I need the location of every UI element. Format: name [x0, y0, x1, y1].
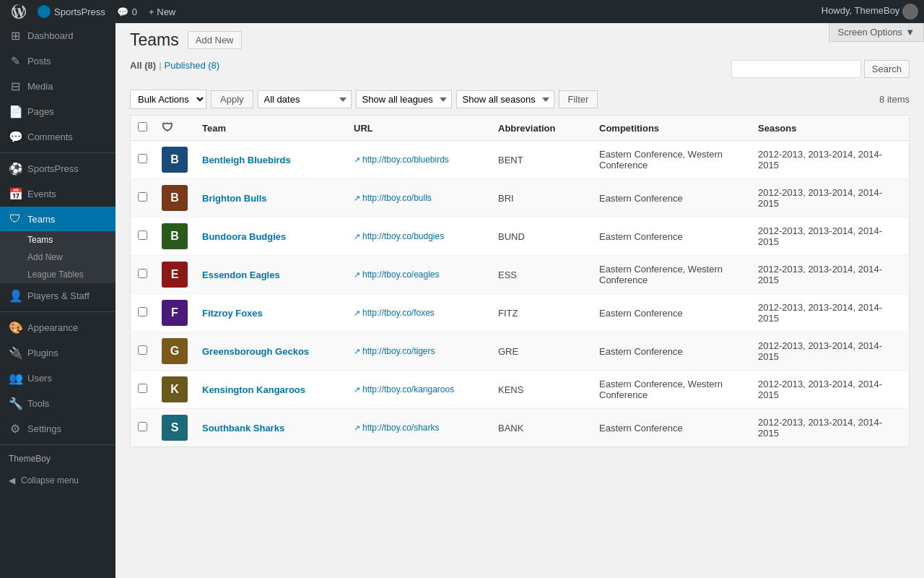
- filter-button[interactable]: Filter: [559, 90, 598, 108]
- team-seasons-cell: 2012-2013, 2013-2014, 2014-2015: [751, 409, 910, 447]
- filter-row: Bulk Actions Apply All dates Show all le…: [116, 87, 924, 115]
- tools-icon: 🔧: [9, 397, 22, 410]
- external-link-icon: ↗: [354, 194, 360, 203]
- team-url-link[interactable]: ↗http://tboy.co/bulls: [354, 193, 484, 203]
- team-name-link[interactable]: Greensborough Geckos: [202, 346, 309, 357]
- th-abbreviation[interactable]: Abbreviation: [491, 116, 592, 141]
- team-url-link[interactable]: ↗http://tboy.co/foxes: [354, 308, 484, 318]
- row-checkbox[interactable]: [138, 192, 147, 202]
- team-abbreviation-cell: BUND: [491, 217, 592, 256]
- th-url[interactable]: URL: [346, 116, 491, 141]
- collapse-menu-button[interactable]: ◀ Collapse menu: [0, 470, 116, 491]
- team-name-link[interactable]: Essendon Eagles: [202, 269, 280, 280]
- pages-icon: 📄: [9, 105, 22, 118]
- sidebar-item-posts[interactable]: ✎ Posts: [0, 48, 116, 74]
- events-icon: 📅: [9, 187, 22, 201]
- row-checkbox[interactable]: [138, 345, 147, 355]
- team-competitions-cell: Eastern Conference: [592, 217, 751, 256]
- adminbar-comments[interactable]: 💬 0: [111, 7, 143, 17]
- row-checkbox[interactable]: [138, 422, 147, 431]
- th-team[interactable]: Team: [195, 116, 346, 141]
- search-box: Search: [731, 60, 910, 78]
- dashboard-icon: ⊞: [9, 29, 22, 43]
- team-url-cell: ↗http://tboy.co/kangaroos: [346, 371, 491, 409]
- plugins-icon: 🔌: [9, 346, 22, 360]
- view-published-link[interactable]: Published (8): [165, 60, 220, 71]
- all-seasons-select[interactable]: Show all seasons: [456, 90, 554, 108]
- sidebar-item-comments[interactable]: 💬 Comments: [0, 124, 116, 150]
- team-name-link[interactable]: Bentleigh Bluebirds: [202, 155, 291, 165]
- view-all-link[interactable]: All (8): [130, 60, 156, 71]
- row-checkbox[interactable]: [138, 230, 147, 240]
- team-url-link[interactable]: ↗http://tboy.co/budgies: [354, 231, 484, 241]
- all-leagues-select[interactable]: Show all leagues: [356, 90, 452, 108]
- row-checkbox[interactable]: [138, 269, 147, 278]
- adminbar-user[interactable]: Howdy, ThemeBoy: [821, 4, 918, 20]
- team-icon: B: [162, 223, 188, 249]
- posts-icon: ✎: [9, 54, 22, 68]
- row-checkbox[interactable]: [138, 384, 147, 393]
- sidebar-item-plugins[interactable]: 🔌 Plugins: [0, 340, 116, 366]
- search-input[interactable]: [731, 60, 861, 78]
- sidebar-item-settings[interactable]: ⚙ Settings: [0, 416, 116, 441]
- main-content: Screen Options ▼ Teams Add New All (8) |…: [116, 23, 924, 578]
- sidebar-item-themeboy[interactable]: ThemeBoy: [0, 448, 116, 470]
- team-url-link[interactable]: ↗http://tboy.co/sharks: [354, 423, 484, 433]
- team-name-link[interactable]: Kensington Kangaroos: [202, 384, 305, 395]
- shield-header-icon: 🛡: [162, 121, 173, 134]
- th-competitions[interactable]: Competitions: [592, 116, 751, 141]
- team-competitions-cell: Eastern Conference: [592, 179, 751, 217]
- bulk-actions-select[interactable]: Bulk Actions: [130, 90, 206, 109]
- sidebar-item-players-staff[interactable]: 👤 Players & Staff: [0, 283, 116, 309]
- select-all-checkbox[interactable]: [138, 122, 147, 131]
- th-seasons[interactable]: Seasons: [751, 116, 910, 141]
- sidebar-item-users[interactable]: 👥 Users: [0, 366, 116, 391]
- row-checkbox-cell: [131, 217, 155, 256]
- team-name-link[interactable]: Fitzroy Foxes: [202, 308, 263, 319]
- row-checkbox-cell: [131, 179, 155, 217]
- team-name-link[interactable]: Brighton Bulls: [202, 193, 267, 204]
- team-url-link[interactable]: ↗http://tboy.co/bluebirds: [354, 155, 484, 165]
- all-dates-select[interactable]: All dates: [258, 90, 352, 108]
- team-seasons-cell: 2012-2013, 2013-2014, 2014-2015: [751, 332, 910, 371]
- row-checkbox[interactable]: [138, 307, 147, 316]
- views-area: All (8) | Published (8) Search: [116, 57, 924, 87]
- apply-button[interactable]: Apply: [211, 90, 253, 108]
- external-link-icon: ↗: [354, 232, 360, 241]
- team-name-cell: Brighton Bulls: [195, 179, 346, 217]
- row-checkbox-cell: [131, 409, 155, 447]
- sidebar-item-media[interactable]: ⊟ Media: [0, 74, 116, 99]
- team-url-link[interactable]: ↗http://tboy.co/tigers: [354, 346, 484, 356]
- team-url-link[interactable]: ↗http://tboy.co/eagles: [354, 269, 484, 280]
- wp-logo[interactable]: [6, 4, 32, 19]
- external-link-icon: ↗: [354, 385, 360, 394]
- sidebar-item-dashboard[interactable]: ⊞ Dashboard: [0, 23, 116, 48]
- team-name-cell: Essendon Eagles: [195, 256, 346, 294]
- submenu-add-new[interactable]: Add New: [0, 249, 116, 266]
- submenu-league-tables[interactable]: League Tables: [0, 266, 116, 283]
- team-name-link[interactable]: Southbank Sharks: [202, 423, 284, 434]
- search-button[interactable]: Search: [864, 60, 910, 78]
- sidebar-item-events[interactable]: 📅 Events: [0, 181, 116, 207]
- team-url-cell: ↗http://tboy.co/foxes: [346, 294, 491, 332]
- sidebar-item-sportspress[interactable]: ⚽ SportsPress: [0, 156, 116, 181]
- th-check: [131, 116, 155, 141]
- adminbar-new[interactable]: + New: [143, 7, 181, 17]
- sidebar-item-pages[interactable]: 📄 Pages: [0, 99, 116, 124]
- row-checkbox[interactable]: [138, 154, 147, 163]
- team-icon: S: [162, 415, 188, 441]
- external-link-icon: ↗: [354, 423, 360, 433]
- team-abbreviation-cell: ESS: [491, 256, 592, 294]
- team-name-cell: Southbank Sharks: [195, 409, 346, 447]
- team-name-link[interactable]: Bundoora Budgies: [202, 231, 286, 242]
- sidebar-item-teams[interactable]: 🛡 Teams: [0, 207, 116, 231]
- table-row: F Fitzroy Foxes ↗http://tboy.co/foxes FI…: [131, 294, 910, 332]
- settings-icon: ⚙: [9, 422, 22, 436]
- add-new-button[interactable]: Add New: [188, 31, 242, 49]
- submenu-teams[interactable]: Teams: [0, 231, 116, 249]
- sidebar-item-appearance[interactable]: 🎨 Appearance: [0, 315, 116, 340]
- team-url-link[interactable]: ↗http://tboy.co/kangaroos: [354, 384, 484, 394]
- adminbar-site-name[interactable]: SportsPress: [32, 5, 111, 18]
- team-competitions-cell: Eastern Conference: [592, 409, 751, 447]
- sidebar-item-tools[interactable]: 🔧 Tools: [0, 391, 116, 416]
